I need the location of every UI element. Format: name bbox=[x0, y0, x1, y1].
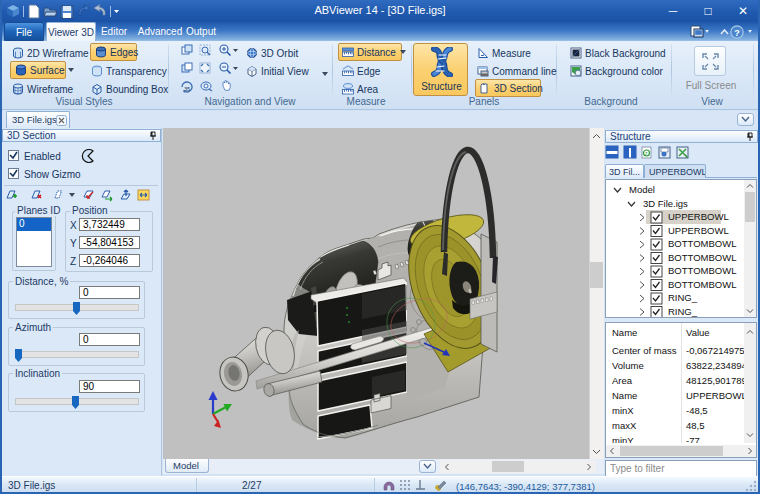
svg-text:35: 35 bbox=[184, 86, 190, 92]
svg-text:?: ? bbox=[734, 28, 740, 38]
